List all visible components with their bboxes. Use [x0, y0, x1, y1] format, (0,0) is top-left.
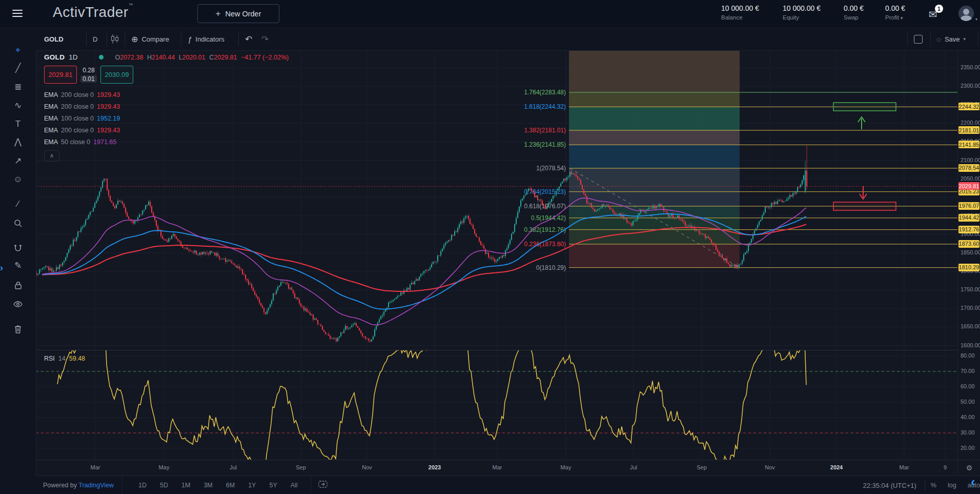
- avatar-chevron-icon[interactable]: ▾: [975, 17, 977, 22]
- text-icon[interactable]: T: [0, 116, 36, 132]
- ask-price-button[interactable]: 2030.09: [100, 66, 133, 84]
- range-button-1d[interactable]: 1D: [132, 476, 153, 494]
- price-scale[interactable]: 2350.002300.002250.002200.002150.002100.…: [957, 50, 980, 460]
- rsi-tick: 20.00: [958, 445, 980, 451]
- range-button-1y[interactable]: 1Y: [241, 476, 262, 494]
- inbox-badge: 1: [935, 5, 943, 13]
- percent-scale-button[interactable]: %: [925, 482, 942, 489]
- market-status-dot: [99, 55, 104, 60]
- indicator-row[interactable]: EMA50 close 01971.65: [44, 136, 289, 148]
- red-entry-box: [833, 202, 896, 210]
- interval-button[interactable]: D: [93, 28, 97, 50]
- indicator-row[interactable]: EMA100 close 01952.19: [44, 112, 289, 124]
- compare-button[interactable]: ⊕Compare: [131, 28, 169, 50]
- legend-symbol[interactable]: GOLD: [44, 53, 65, 61]
- fib-price-label: 1976.07: [958, 202, 979, 210]
- tradingview-link[interactable]: TradingView: [78, 482, 114, 489]
- fib-price-label: 1810.29: [958, 264, 979, 271]
- fib-level-label: 1.764(2283.48): [524, 89, 566, 96]
- time-axis[interactable]: 022MarMayJulSepNov2023MarMayJulSepNov202…: [36, 460, 957, 476]
- indicator-row[interactable]: EMA200 close 01929.43: [44, 124, 289, 136]
- collapse-panel-chevron-icon[interactable]: ‹: [971, 474, 975, 490]
- profit-stat[interactable]: 0.00 €Profit ▾: [885, 4, 905, 21]
- price-tick: 1600.00: [958, 342, 980, 348]
- undo-icon[interactable]: ↶: [245, 28, 252, 50]
- price-tick: 2200.00: [958, 120, 980, 126]
- plus-icon: +: [215, 9, 220, 19]
- pencil-icon[interactable]: ✎: [0, 258, 36, 273]
- bid-price-button[interactable]: 2029.81: [44, 66, 77, 84]
- save-button[interactable]: ◌Save▾: [936, 28, 966, 50]
- forecast-icon[interactable]: ↗: [0, 153, 36, 169]
- chart-type-icon[interactable]: [110, 28, 119, 50]
- redo-icon[interactable]: ↷: [261, 28, 269, 50]
- range-button-5d[interactable]: 5D: [153, 476, 175, 494]
- last-price-label: 2029.81: [958, 182, 979, 190]
- legend-interval[interactable]: 1D: [69, 53, 77, 61]
- indicators-button[interactable]: ƒIndicators: [188, 28, 224, 50]
- rsi-tick: 60.00: [958, 383, 980, 389]
- brush-icon[interactable]: ∿: [0, 98, 36, 113]
- indicator-row[interactable]: EMA200 close 01929.43: [44, 101, 289, 112]
- app-logo: ActivTrader™: [53, 4, 133, 21]
- range-button-all[interactable]: All: [284, 476, 304, 494]
- range-button-6m[interactable]: 6M: [219, 476, 241, 494]
- time-axis-label: May: [561, 464, 571, 470]
- smiley-icon[interactable]: ☺: [0, 172, 36, 187]
- fib-price-label: 2244.32: [958, 103, 979, 110]
- fib-zone: 1.764(2283.48)1.618(2244.32)1.382(2181.0…: [524, 50, 957, 271]
- rsi-legend[interactable]: RSI 14 59.48: [44, 355, 85, 362]
- magnet-icon[interactable]: [0, 240, 36, 255]
- eye-icon[interactable]: [0, 296, 36, 311]
- time-axis-label: Mar: [900, 464, 909, 470]
- compare-plus-icon: ⊕: [131, 34, 138, 44]
- axis-settings-gear-icon[interactable]: ⚙: [957, 460, 980, 476]
- hamburger-icon[interactable]: [12, 10, 23, 18]
- footer-bar: Powered by TradingView 1D5D1M3M6M1Y5YAll…: [36, 476, 980, 494]
- range-button-1m[interactable]: 1M: [175, 476, 197, 494]
- log-scale-button[interactable]: log: [942, 482, 962, 489]
- drawing-toolbar: ⌖╱≣∿T⋀↗☺∕✎: [0, 28, 36, 494]
- symbol-button[interactable]: GOLD: [44, 28, 64, 50]
- pattern-icon[interactable]: ⋀: [0, 134, 36, 150]
- range-button-3m[interactable]: 3M: [197, 476, 219, 494]
- fib-price-label: 2078.54: [958, 164, 979, 172]
- session-clock[interactable]: 22:35:04 (UTC+1): [863, 482, 924, 489]
- crosshair-icon[interactable]: ⌖: [0, 43, 36, 58]
- fib-price-label: 1944.42: [958, 214, 979, 222]
- time-axis-label: Mar: [493, 464, 502, 470]
- time-axis-label: Jul: [630, 464, 637, 470]
- lock-icon[interactable]: [0, 277, 36, 292]
- chevron-down-icon: ▾: [901, 15, 903, 21]
- price-tick: 1650.00: [958, 323, 980, 329]
- price-tick: 2050.00: [958, 175, 980, 182]
- function-icon: ƒ: [188, 35, 192, 44]
- swap-stat: 0.00 €Swap: [844, 4, 864, 21]
- avatar[interactable]: [958, 6, 974, 21]
- save-chevron-icon: ▾: [964, 36, 966, 42]
- rsi-tick: 50.00: [958, 399, 980, 405]
- powered-by: Powered by TradingView: [43, 482, 114, 489]
- legend-collapse-button[interactable]: ∧: [44, 150, 59, 162]
- trendline-icon[interactable]: ╱: [0, 61, 36, 76]
- ruler-icon[interactable]: ∕: [0, 196, 36, 212]
- range-button-5y[interactable]: 5Y: [262, 476, 283, 494]
- price-tick: 1850.00: [958, 249, 980, 255]
- indicator-row[interactable]: EMA200 close 01929.43: [44, 89, 289, 101]
- fib-price-label: 1912.76: [958, 226, 979, 233]
- new-order-button[interactable]: +New Order: [197, 4, 279, 23]
- balance-stat: 10 000.00 €Balance: [721, 4, 759, 21]
- trash-icon[interactable]: [0, 321, 36, 337]
- fib-level-label: 0(1810.29): [536, 264, 566, 271]
- time-axis-label: Jul: [230, 464, 237, 470]
- price-tick: 2350.00: [958, 64, 980, 70]
- fibonacci-icon[interactable]: ≣: [0, 80, 36, 95]
- panel-expand-chevron-icon[interactable]: ›: [0, 263, 3, 273]
- magnifier-icon[interactable]: [0, 215, 36, 230]
- fib-level-label: 1.618(2244.32): [524, 103, 566, 110]
- rsi-tick: 30.00: [958, 429, 980, 436]
- goto-date-icon[interactable]: [318, 480, 328, 490]
- time-axis-label: Sep: [697, 464, 707, 470]
- fib-price-label: 2181.01: [958, 126, 979, 134]
- layout-icon[interactable]: [914, 28, 923, 50]
